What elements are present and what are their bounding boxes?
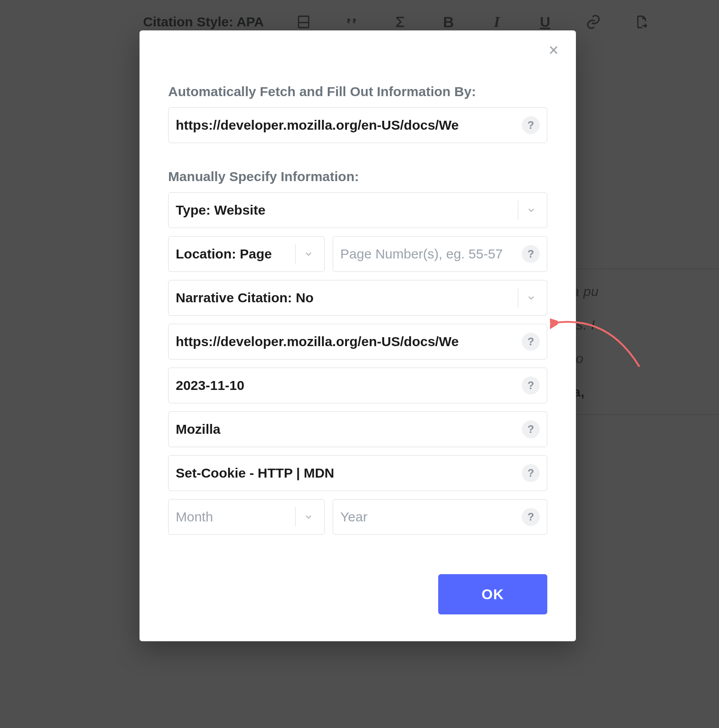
citation-dialog: × Automatically Fetch and Fill Out Infor… [140, 30, 576, 641]
date-accessed-value: 2023-11-10 [176, 378, 517, 393]
close-icon: × [549, 41, 558, 60]
chevron-down-icon [523, 202, 540, 219]
auto-fetch-url-value: https://developer.mozilla.org/en-US/docs… [176, 118, 517, 133]
separator [295, 507, 296, 527]
auto-fetch-label: Automatically Fetch and Fill Out Informa… [168, 84, 547, 99]
help-icon[interactable]: ? [522, 508, 540, 526]
month-select[interactable]: Month [168, 499, 325, 535]
url-input-value: https://developer.mozilla.org/en-US/docs… [176, 334, 517, 349]
year-placeholder: Year [340, 509, 517, 525]
publisher-input[interactable]: Mozilla ? [168, 411, 547, 447]
location-select[interactable]: Location: Page [168, 236, 325, 272]
url-input[interactable]: https://developer.mozilla.org/en-US/docs… [168, 324, 547, 360]
title-value: Set-Cookie - HTTP | MDN [176, 466, 517, 481]
separator [518, 288, 518, 308]
chevron-down-icon [300, 245, 317, 262]
title-input[interactable]: Set-Cookie - HTTP | MDN ? [168, 455, 547, 491]
date-accessed-input[interactable]: 2023-11-10 ? [168, 368, 547, 403]
type-select[interactable]: Type: Website [168, 192, 547, 228]
location-select-value: Location: Page [176, 246, 293, 262]
separator [295, 244, 296, 264]
dialog-footer: OK [168, 574, 547, 614]
chevron-down-icon [300, 508, 317, 525]
help-icon[interactable]: ? [522, 116, 540, 134]
narrative-citation-value: Narrative Citation: No [176, 290, 516, 305]
publisher-value: Mozilla [176, 422, 517, 437]
help-icon[interactable]: ? [522, 245, 540, 263]
auto-fetch-url-input[interactable]: https://developer.mozilla.org/en-US/docs… [168, 107, 547, 143]
chevron-down-icon [523, 289, 540, 306]
month-placeholder: Month [176, 509, 293, 525]
help-icon[interactable]: ? [522, 333, 540, 351]
narrative-citation-select[interactable]: Narrative Citation: No [168, 280, 547, 316]
separator [518, 200, 518, 220]
help-icon[interactable]: ? [522, 464, 540, 482]
page-number-placeholder: Page Number(s), eg. 55-57 [340, 246, 517, 262]
help-icon[interactable]: ? [522, 420, 540, 438]
help-icon[interactable]: ? [522, 377, 540, 394]
close-button[interactable]: × [544, 40, 563, 60]
page-number-input[interactable]: Page Number(s), eg. 55-57 ? [333, 236, 547, 272]
ok-button[interactable]: OK [438, 574, 547, 614]
manual-specify-label: Manually Specify Information: [168, 169, 547, 184]
year-input[interactable]: Year ? [333, 499, 547, 535]
type-select-value: Type: Website [176, 203, 516, 218]
